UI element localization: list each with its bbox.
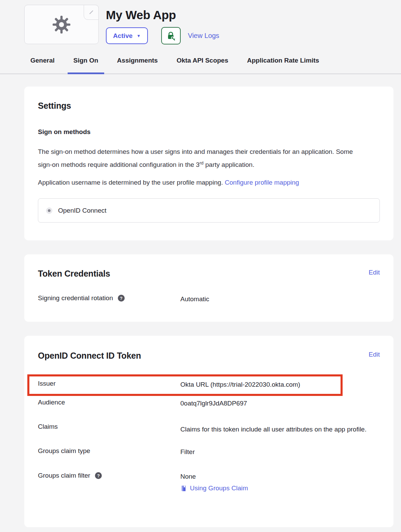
token-credentials-title: Token Credentials: [38, 269, 110, 279]
okta-app-settings-page: My Web App Active ▼ View Logs: [0, 5, 401, 532]
app-header: My Web App Active ▼ View Logs: [24, 5, 401, 44]
audience-row: Audience 0oatq7lglr9JdA8DP697: [38, 399, 380, 408]
tab-general[interactable]: General: [25, 57, 60, 74]
status-dropdown-button[interactable]: Active ▼: [106, 27, 148, 44]
edit-logo-button[interactable]: [84, 5, 99, 20]
sign-on-methods-title: Sign on methods: [38, 128, 380, 136]
status-label: Active: [113, 32, 133, 40]
oidc-card-title: OpenID Connect ID Token: [38, 351, 141, 361]
tab-okta-api-scopes[interactable]: Okta API Scopes: [171, 57, 234, 74]
using-groups-claim-label: Using Groups Claim: [190, 484, 248, 492]
header-main: My Web App Active ▼ View Logs: [106, 5, 219, 44]
help-icon[interactable]: ?: [118, 295, 125, 302]
book-icon: [180, 485, 187, 492]
issuer-value: Okta URL (https://trial-2022030.okta.com…: [180, 380, 380, 389]
pencil-icon: [88, 9, 95, 16]
claims-row: Claims Claims for this token include all…: [38, 423, 380, 436]
page-title: My Web App: [106, 8, 219, 22]
tab-application-rate-limits[interactable]: Application Rate Limits: [241, 57, 325, 74]
groups-claim-filter-value: None: [180, 472, 380, 481]
view-logs-link[interactable]: View Logs: [188, 32, 219, 40]
app-tabs: General Sign On Assignments Okta API Sco…: [0, 57, 401, 74]
help-icon[interactable]: ?: [95, 472, 102, 479]
row-label: Audience: [38, 399, 65, 406]
signing-credential-rotation-row: Signing credential rotation ? Automatic: [38, 294, 380, 304]
using-groups-claim-link[interactable]: Using Groups Claim: [180, 484, 248, 492]
groups-claim-type-value: Filter: [180, 447, 380, 457]
username-note: Application username is determined by th…: [38, 177, 366, 188]
tab-assignments[interactable]: Assignments: [111, 57, 164, 74]
row-label: Issuer: [38, 380, 56, 387]
token-credentials-edit-link[interactable]: Edit: [369, 269, 380, 276]
caret-down-icon: ▼: [137, 34, 141, 38]
lock-key-icon: [166, 31, 176, 41]
row-label: Groups claim type: [38, 447, 90, 455]
radio-selected-icon[interactable]: [46, 208, 52, 214]
groups-claim-filter-row: Groups claim filter ? None Using Groups …: [38, 472, 380, 494]
settings-card-title: Settings: [38, 101, 380, 111]
sign-on-policy-button[interactable]: [161, 27, 181, 44]
audience-value: 0oatq7lglr9JdA8DP697: [180, 399, 380, 408]
description-text-end: party application.: [204, 161, 254, 168]
settings-card: Settings Sign on methods The sign-on met…: [24, 87, 393, 240]
tab-sign-on[interactable]: Sign On: [68, 57, 104, 74]
row-label: Groups claim filter: [38, 472, 90, 479]
description-superscript: rd: [199, 160, 204, 165]
issuer-row: Issuer Okta URL (https://trial-2022030.o…: [38, 380, 380, 389]
header-actions: Active ▼ View Logs: [106, 27, 219, 44]
groups-claim-type-row: Groups claim type Filter: [38, 447, 380, 457]
sign-on-method-label: OpenID Connect: [58, 207, 107, 214]
sign-on-method-option[interactable]: OpenID Connect: [38, 198, 380, 223]
configure-profile-mapping-link[interactable]: Configure profile mapping: [225, 179, 299, 186]
sign-on-method-description: The sign-on method determines how a user…: [38, 146, 366, 170]
app-logo-tile: [24, 5, 99, 44]
gear-icon: [51, 14, 72, 35]
row-label: Claims: [38, 423, 58, 430]
token-credentials-card: Token Credentials Edit Signing credentia…: [24, 254, 393, 322]
oidc-edit-link[interactable]: Edit: [369, 351, 380, 358]
claims-value: Claims for this token include all user a…: [180, 423, 378, 436]
username-note-text: Application username is determined by th…: [38, 179, 225, 186]
description-text: The sign-on method determines how a user…: [38, 148, 353, 168]
row-value: Automatic: [180, 294, 380, 304]
oidc-id-token-card: OpenID Connect ID Token Edit Issuer Okta…: [24, 336, 393, 527]
row-label: Signing credential rotation: [38, 294, 113, 302]
